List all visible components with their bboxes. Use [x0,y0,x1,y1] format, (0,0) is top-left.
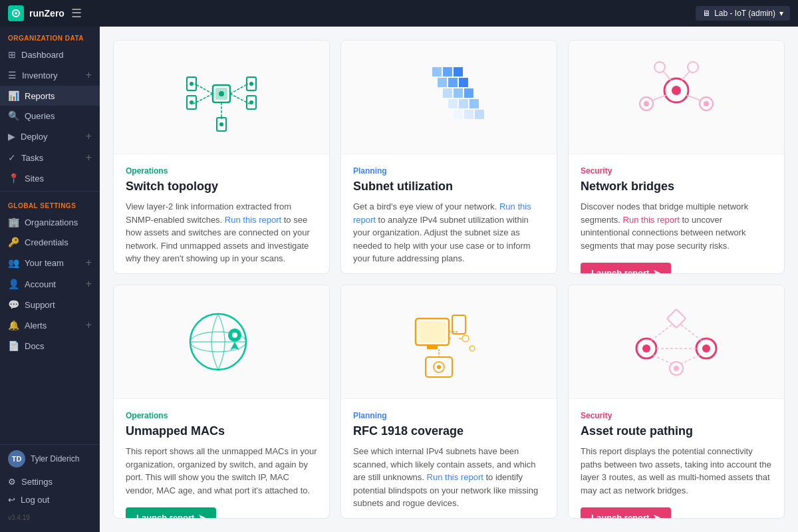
svg-point-67 [642,344,650,352]
plus-icon: + [86,257,92,269]
svg-rect-25 [459,78,468,87]
sidebar-item-sites[interactable]: 📍 Sites [0,168,100,188]
launch-report-button[interactable]: Launch report ➤ [581,507,671,519]
sidebar-item-label: Tasks [21,153,43,163]
logout-icon: ↩ [8,495,15,505]
card-title: Switch topology [126,180,317,194]
send-icon: ➤ [198,513,205,519]
card-title: Subnet utilization [353,180,545,194]
card-illustration [569,41,784,154]
organizations-icon: 🏢 [8,217,19,227]
card-category: Security [581,166,772,176]
report-card-rfc1918: Planning RFC 1918 coverage See which int… [340,285,557,519]
svg-line-76 [681,355,700,364]
send-icon: ➤ [653,268,660,274]
sidebar-item-tasks[interactable]: ✓ Tasks + [0,147,100,168]
sidebar-item-label: Account [25,279,56,289]
svg-point-71 [674,366,679,371]
svg-rect-34 [475,110,484,119]
sidebar-item-alerts[interactable]: 🔔 Alerts + [0,315,100,336]
run-report-link[interactable]: Run this report [353,201,531,225]
sidebar-item-label: Organizations [25,217,78,227]
plus-icon: + [86,278,92,290]
svg-point-60 [437,365,441,369]
run-report-link[interactable]: Run this report [623,215,680,225]
user-name: Tyler Diderich [31,454,79,464]
inventory-icon: ☰ [8,70,17,80]
svg-point-15 [190,82,194,86]
sidebar-item-support[interactable]: 💬 Support [0,295,100,315]
card-category: Operations [126,411,317,420]
svg-point-38 [644,101,649,106]
user-profile: TD Tyler Diderich [0,444,100,473]
dashboard-icon: ⊞ [8,49,16,60]
sidebar-item-label: Queries [25,111,55,121]
sidebar-item-team[interactable]: 👥 Your team + [0,252,100,273]
svg-point-4 [219,91,224,96]
report-card-asset-route: Security Asset route pathing This report… [568,285,785,519]
card-illustration [114,41,329,154]
sidebar-item-docs[interactable]: 📄 Docs [0,336,100,356]
sidebar-item-label: Alerts [25,321,47,331]
sidebar-item-organizations[interactable]: 🏢 Organizations [0,212,100,232]
svg-line-43 [652,95,666,100]
svg-rect-24 [448,78,458,87]
svg-rect-29 [448,99,458,108]
svg-rect-26 [443,88,452,98]
report-card-switch-topology: Operations Switch topology View layer-2 … [113,40,330,274]
settings-icon: ⚙ [8,477,16,487]
logo-text: runZero [29,8,65,19]
sidebar-item-reports[interactable]: 📊 Reports [0,86,100,106]
card-desc: This report shows all the unmapped MACs … [126,445,317,497]
avatar: TD [8,450,25,467]
global-settings-label: GLOBAL SETTINGS [0,194,100,212]
card-desc: See which internal IPv4 subnets have bee… [353,445,545,510]
sidebar-item-deploy[interactable]: ▶ Deploy + [0,126,100,147]
sidebar-item-account[interactable]: 👤 Account + [0,273,100,295]
launch-label: Launch report [136,513,194,519]
svg-point-69 [702,344,710,352]
launch-report-button[interactable]: Launch report ➤ [581,263,671,274]
svg-point-16 [190,100,194,104]
org-name: Lab - IoT (admin) [714,9,775,18]
sidebar-item-label: Docs [25,341,45,351]
org-selector[interactable]: 🖥 Lab - IoT (admin) ▾ [696,6,790,21]
sites-icon: 📍 [8,173,19,184]
sidebar-item-label: Dashboard [21,50,64,60]
top-nav: runZero ☰ 🖥 Lab - IoT (admin) ▾ [0,0,798,27]
card-title: Network bridges [581,180,772,194]
svg-rect-53 [418,321,446,342]
sidebar-item-inventory[interactable]: ☰ Inventory + [0,65,100,86]
svg-line-5 [195,84,213,94]
card-title: RFC 1918 coverage [353,424,545,438]
launch-label: Launch report [591,513,649,519]
logo-icon [8,5,24,21]
svg-rect-30 [459,99,468,108]
sidebar-item-logout[interactable]: ↩ Log out [0,491,100,509]
sidebar-item-label: Reports [25,91,55,101]
launch-report-button[interactable]: Launch report ➤ [126,507,216,519]
send-icon: ➤ [653,513,660,519]
card-category: Planning [353,411,545,420]
svg-point-1 [15,12,17,15]
plus-icon: + [86,69,92,81]
team-icon: 👥 [8,257,19,268]
card-title: Unmapped MACs [126,424,317,438]
sidebar-item-dashboard[interactable]: ⊞ Dashboard [0,45,100,65]
support-icon: 💬 [8,299,19,310]
org-icon: 🖥 [702,9,710,18]
card-desc: Get a bird's eye view of your network. R… [353,200,545,265]
plus-icon: + [86,152,92,164]
sidebar-item-label: Deploy [21,132,47,142]
run-report-link[interactable]: Run this report [427,472,483,482]
card-illustration [569,285,784,399]
svg-rect-27 [454,88,463,98]
sidebar-item-queries[interactable]: 🔍 Queries [0,106,100,126]
svg-rect-32 [454,110,463,119]
menu-icon[interactable]: ☰ [71,6,82,21]
run-report-link[interactable]: Run this report [225,215,281,225]
sidebar-item-settings[interactable]: ⚙ Settings [0,473,100,491]
svg-line-46 [682,71,690,80]
sidebar-item-credentials[interactable]: 🔑 Credentials [0,232,100,252]
card-desc: Discover nodes that bridge multiple netw… [581,200,772,252]
